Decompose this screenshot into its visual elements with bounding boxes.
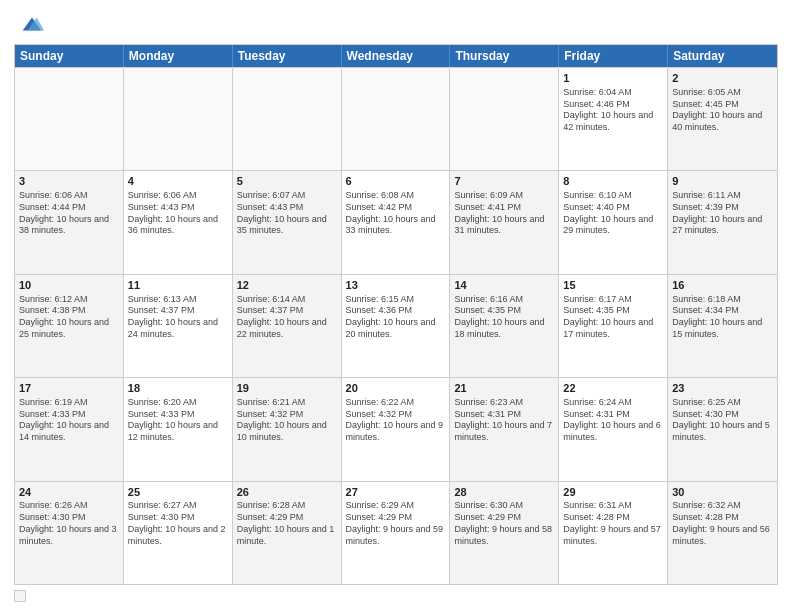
calendar-row-2: 10Sunrise: 6:12 AM Sunset: 4:38 PM Dayli…	[15, 274, 777, 377]
calendar-cell	[450, 68, 559, 170]
day-number: 7	[454, 174, 554, 189]
calendar-cell: 12Sunrise: 6:14 AM Sunset: 4:37 PM Dayli…	[233, 275, 342, 377]
calendar-weekday-wednesday: Wednesday	[342, 45, 451, 67]
day-number: 25	[128, 485, 228, 500]
day-number: 23	[672, 381, 773, 396]
day-info: Sunrise: 6:12 AM Sunset: 4:38 PM Dayligh…	[19, 294, 119, 341]
day-info: Sunrise: 6:22 AM Sunset: 4:32 PM Dayligh…	[346, 397, 446, 444]
day-number: 17	[19, 381, 119, 396]
calendar-weekday-sunday: Sunday	[15, 45, 124, 67]
day-number: 30	[672, 485, 773, 500]
calendar-cell: 23Sunrise: 6:25 AM Sunset: 4:30 PM Dayli…	[668, 378, 777, 480]
day-info: Sunrise: 6:24 AM Sunset: 4:31 PM Dayligh…	[563, 397, 663, 444]
day-number: 26	[237, 485, 337, 500]
page-container: SundayMondayTuesdayWednesdayThursdayFrid…	[0, 0, 792, 612]
calendar-weekday-saturday: Saturday	[668, 45, 777, 67]
day-number: 12	[237, 278, 337, 293]
calendar-cell: 7Sunrise: 6:09 AM Sunset: 4:41 PM Daylig…	[450, 171, 559, 273]
day-info: Sunrise: 6:11 AM Sunset: 4:39 PM Dayligh…	[672, 190, 773, 237]
calendar-cell: 1Sunrise: 6:04 AM Sunset: 4:46 PM Daylig…	[559, 68, 668, 170]
day-info: Sunrise: 6:10 AM Sunset: 4:40 PM Dayligh…	[563, 190, 663, 237]
day-number: 15	[563, 278, 663, 293]
day-info: Sunrise: 6:27 AM Sunset: 4:30 PM Dayligh…	[128, 500, 228, 547]
day-info: Sunrise: 6:31 AM Sunset: 4:28 PM Dayligh…	[563, 500, 663, 547]
day-info: Sunrise: 6:05 AM Sunset: 4:45 PM Dayligh…	[672, 87, 773, 134]
calendar-cell	[15, 68, 124, 170]
calendar-cell: 9Sunrise: 6:11 AM Sunset: 4:39 PM Daylig…	[668, 171, 777, 273]
calendar-row-4: 24Sunrise: 6:26 AM Sunset: 4:30 PM Dayli…	[15, 481, 777, 584]
day-info: Sunrise: 6:21 AM Sunset: 4:32 PM Dayligh…	[237, 397, 337, 444]
day-number: 1	[563, 71, 663, 86]
calendar-cell: 2Sunrise: 6:05 AM Sunset: 4:45 PM Daylig…	[668, 68, 777, 170]
calendar-cell: 10Sunrise: 6:12 AM Sunset: 4:38 PM Dayli…	[15, 275, 124, 377]
day-info: Sunrise: 6:13 AM Sunset: 4:37 PM Dayligh…	[128, 294, 228, 341]
day-number: 14	[454, 278, 554, 293]
day-info: Sunrise: 6:15 AM Sunset: 4:36 PM Dayligh…	[346, 294, 446, 341]
calendar-cell: 30Sunrise: 6:32 AM Sunset: 4:28 PM Dayli…	[668, 482, 777, 584]
day-info: Sunrise: 6:16 AM Sunset: 4:35 PM Dayligh…	[454, 294, 554, 341]
logo	[14, 10, 46, 38]
day-info: Sunrise: 6:29 AM Sunset: 4:29 PM Dayligh…	[346, 500, 446, 547]
calendar-cell: 4Sunrise: 6:06 AM Sunset: 4:43 PM Daylig…	[124, 171, 233, 273]
page-header	[14, 10, 778, 38]
day-info: Sunrise: 6:04 AM Sunset: 4:46 PM Dayligh…	[563, 87, 663, 134]
day-info: Sunrise: 6:07 AM Sunset: 4:43 PM Dayligh…	[237, 190, 337, 237]
day-info: Sunrise: 6:17 AM Sunset: 4:35 PM Dayligh…	[563, 294, 663, 341]
day-info: Sunrise: 6:18 AM Sunset: 4:34 PM Dayligh…	[672, 294, 773, 341]
calendar-cell: 24Sunrise: 6:26 AM Sunset: 4:30 PM Dayli…	[15, 482, 124, 584]
calendar-cell: 14Sunrise: 6:16 AM Sunset: 4:35 PM Dayli…	[450, 275, 559, 377]
calendar-cell	[124, 68, 233, 170]
day-info: Sunrise: 6:20 AM Sunset: 4:33 PM Dayligh…	[128, 397, 228, 444]
day-number: 21	[454, 381, 554, 396]
day-number: 9	[672, 174, 773, 189]
day-number: 8	[563, 174, 663, 189]
day-number: 16	[672, 278, 773, 293]
calendar-header: SundayMondayTuesdayWednesdayThursdayFrid…	[15, 45, 777, 67]
calendar-weekday-friday: Friday	[559, 45, 668, 67]
calendar-weekday-monday: Monday	[124, 45, 233, 67]
day-number: 6	[346, 174, 446, 189]
calendar-cell: 6Sunrise: 6:08 AM Sunset: 4:42 PM Daylig…	[342, 171, 451, 273]
calendar-row-3: 17Sunrise: 6:19 AM Sunset: 4:33 PM Dayli…	[15, 377, 777, 480]
day-info: Sunrise: 6:06 AM Sunset: 4:44 PM Dayligh…	[19, 190, 119, 237]
calendar-cell: 3Sunrise: 6:06 AM Sunset: 4:44 PM Daylig…	[15, 171, 124, 273]
day-info: Sunrise: 6:19 AM Sunset: 4:33 PM Dayligh…	[19, 397, 119, 444]
day-info: Sunrise: 6:09 AM Sunset: 4:41 PM Dayligh…	[454, 190, 554, 237]
day-number: 27	[346, 485, 446, 500]
calendar-cell: 11Sunrise: 6:13 AM Sunset: 4:37 PM Dayli…	[124, 275, 233, 377]
day-info: Sunrise: 6:28 AM Sunset: 4:29 PM Dayligh…	[237, 500, 337, 547]
day-number: 29	[563, 485, 663, 500]
calendar-body: 1Sunrise: 6:04 AM Sunset: 4:46 PM Daylig…	[15, 67, 777, 584]
logo-icon	[18, 10, 46, 38]
calendar-cell	[342, 68, 451, 170]
calendar-cell: 21Sunrise: 6:23 AM Sunset: 4:31 PM Dayli…	[450, 378, 559, 480]
day-number: 19	[237, 381, 337, 396]
day-info: Sunrise: 6:08 AM Sunset: 4:42 PM Dayligh…	[346, 190, 446, 237]
calendar-cell: 5Sunrise: 6:07 AM Sunset: 4:43 PM Daylig…	[233, 171, 342, 273]
day-number: 11	[128, 278, 228, 293]
calendar-cell: 25Sunrise: 6:27 AM Sunset: 4:30 PM Dayli…	[124, 482, 233, 584]
day-info: Sunrise: 6:25 AM Sunset: 4:30 PM Dayligh…	[672, 397, 773, 444]
day-number: 5	[237, 174, 337, 189]
calendar-weekday-tuesday: Tuesday	[233, 45, 342, 67]
legend	[14, 590, 778, 602]
calendar-cell: 20Sunrise: 6:22 AM Sunset: 4:32 PM Dayli…	[342, 378, 451, 480]
calendar-cell: 15Sunrise: 6:17 AM Sunset: 4:35 PM Dayli…	[559, 275, 668, 377]
day-number: 3	[19, 174, 119, 189]
day-number: 28	[454, 485, 554, 500]
calendar-row-1: 3Sunrise: 6:06 AM Sunset: 4:44 PM Daylig…	[15, 170, 777, 273]
day-number: 10	[19, 278, 119, 293]
calendar: SundayMondayTuesdayWednesdayThursdayFrid…	[14, 44, 778, 585]
day-info: Sunrise: 6:23 AM Sunset: 4:31 PM Dayligh…	[454, 397, 554, 444]
calendar-cell: 28Sunrise: 6:30 AM Sunset: 4:29 PM Dayli…	[450, 482, 559, 584]
calendar-cell: 13Sunrise: 6:15 AM Sunset: 4:36 PM Dayli…	[342, 275, 451, 377]
day-number: 24	[19, 485, 119, 500]
calendar-weekday-thursday: Thursday	[450, 45, 559, 67]
day-number: 22	[563, 381, 663, 396]
day-number: 13	[346, 278, 446, 293]
day-info: Sunrise: 6:30 AM Sunset: 4:29 PM Dayligh…	[454, 500, 554, 547]
calendar-cell	[233, 68, 342, 170]
day-number: 2	[672, 71, 773, 86]
day-info: Sunrise: 6:26 AM Sunset: 4:30 PM Dayligh…	[19, 500, 119, 547]
day-number: 18	[128, 381, 228, 396]
